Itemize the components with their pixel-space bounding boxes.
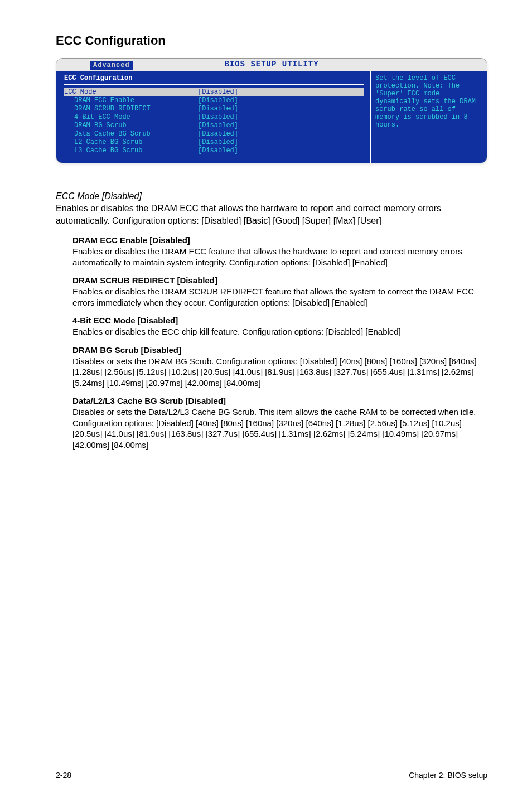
bios-key: DRAM ECC Enable (74, 96, 198, 105)
bios-row[interactable]: 4-Bit ECC Mode [Disabled] (64, 113, 364, 122)
bios-header-title: BIOS SETUP UTILITY (224, 60, 318, 69)
subsection-dram-bg: DRAM BG Scrub [Disabled] Disables or set… (72, 345, 487, 389)
bios-help-panel: Set the level of ECC protection. Note: T… (370, 71, 487, 163)
page-footer: 2-28 Chapter 2: BIOS setup (56, 767, 487, 780)
sub-body: Disables or sets the DRAM BG Scrub. Conf… (72, 356, 487, 389)
sub-body: Disables or sets the Data/L2/L3 Cache BG… (72, 407, 487, 450)
footer-chapter: Chapter 2: BIOS setup (409, 771, 487, 780)
bios-key: ECC Mode (64, 88, 198, 96)
sub-body: Enables or disables the DRAM ECC feature… (72, 246, 487, 268)
bios-val: [Disabled] (198, 113, 238, 122)
content: ECC Mode [Disabled] Enables or disables … (56, 191, 487, 450)
sub-title: DRAM SCRUB REDIRECT [Disabled] (72, 276, 487, 285)
bios-key: 4-Bit ECC Mode (74, 113, 198, 122)
bios-left-panel: ECC Configuration ECC Mode [Disabled] DR… (56, 71, 370, 163)
bios-tab-advanced: Advanced (90, 61, 133, 70)
bios-help-text: Set the level of ECC protection. Note: T… (375, 74, 482, 129)
bios-key: Data Cache BG Scrub (74, 130, 198, 138)
bios-val: [Disabled] (198, 138, 238, 147)
subsection-scrub-redirect: DRAM SCRUB REDIRECT [Disabled] Enables o… (72, 276, 487, 308)
bios-val: [Disabled] (198, 122, 238, 130)
bios-val: [Disabled] (198, 96, 238, 105)
bios-val: [Disabled] (198, 147, 238, 155)
bios-key: L3 Cache BG Scrub (74, 147, 198, 155)
subsection-data-l2-l3: Data/L2/L3 Cache BG Scrub [Disabled] Dis… (72, 396, 487, 450)
sub-title: DRAM ECC Enable [Disabled] (72, 235, 487, 245)
bios-row-selected[interactable]: ECC Mode [Disabled] (64, 88, 364, 96)
bios-row[interactable]: Data Cache BG Scrub [Disabled] (64, 130, 364, 138)
bios-val: [Disabled] (198, 130, 238, 138)
footer-page-number: 2-28 (56, 771, 71, 780)
sub-title: 4-Bit ECC Mode [Disabled] (72, 316, 487, 325)
bios-row[interactable]: DRAM SCRUB REDIRECT [Disabled] (64, 105, 364, 113)
sub-title: Data/L2/L3 Cache BG Scrub [Disabled] (72, 396, 487, 405)
bios-panel: BIOS SETUP UTILITY Advanced ECC Configur… (56, 58, 487, 163)
page-heading: ECC Configuration (56, 33, 487, 48)
bios-body: ECC Configuration ECC Mode [Disabled] DR… (56, 71, 487, 163)
subsection-dram-ecc: DRAM ECC Enable [Disabled] Enables or di… (72, 235, 487, 268)
bios-header: BIOS SETUP UTILITY Advanced (56, 59, 487, 71)
subsection-4bit: 4-Bit ECC Mode [Disabled] Enables or dis… (72, 316, 487, 337)
bios-row[interactable]: L3 Cache BG Scrub [Disabled] (64, 147, 364, 155)
bios-row[interactable]: L2 Cache BG Scrub [Disabled] (64, 138, 364, 147)
sub-body: Enables or disables the DRAM SCRUB REDIR… (72, 286, 487, 308)
section-title-ecc-mode: ECC Mode [Disabled] (56, 191, 487, 201)
sub-body: Enables or disables the ECC chip kill fe… (72, 326, 487, 337)
section-body-ecc-mode: Enables or disables the DRAM ECC that al… (56, 202, 487, 226)
sub-title: DRAM BG Scrub [Disabled] (72, 345, 487, 355)
bios-val: [Disabled] (198, 88, 238, 96)
bios-row[interactable]: DRAM ECC Enable [Disabled] (64, 96, 364, 105)
bios-key: DRAM SCRUB REDIRECT (74, 105, 198, 113)
bios-row[interactable]: DRAM BG Scrub [Disabled] (64, 122, 364, 130)
bios-key: L2 Cache BG Scrub (74, 138, 198, 147)
bios-val: [Disabled] (198, 105, 238, 113)
bios-key: DRAM BG Scrub (74, 122, 198, 130)
bios-panel-title: ECC Configuration (64, 74, 364, 85)
